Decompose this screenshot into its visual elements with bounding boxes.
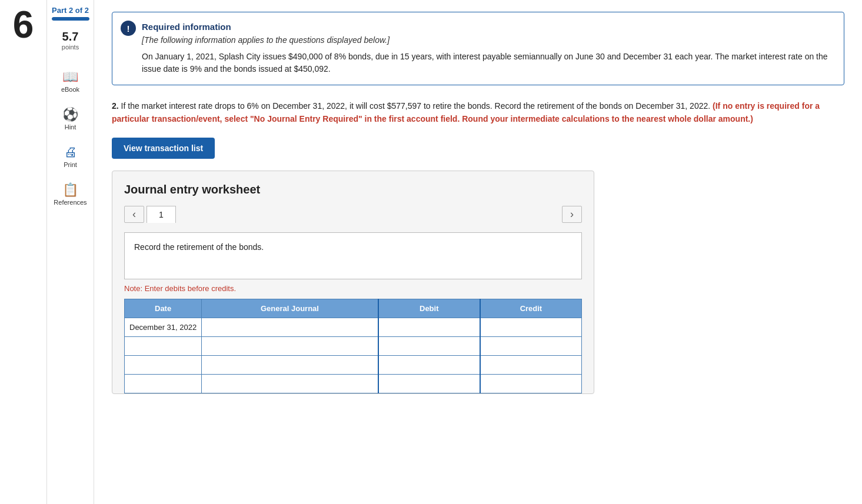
page-number-tab: 1 <box>147 206 176 223</box>
credit-cell-2[interactable] <box>480 336 582 355</box>
debit-cell-1[interactable] <box>378 318 480 336</box>
credit-cell-3[interactable] <box>480 355 582 374</box>
prev-page-button[interactable]: ‹ <box>124 206 144 223</box>
col-date: Date <box>125 299 202 318</box>
pagination: ‹ 1 › <box>124 206 582 223</box>
ebook-label: eBook <box>61 86 79 93</box>
col-credit: Credit <box>480 299 582 318</box>
col-general-journal: General Journal <box>202 299 378 318</box>
journal-input-3[interactable] <box>207 361 373 369</box>
journal-cell-4[interactable] <box>202 374 378 393</box>
print-label: Print <box>64 161 77 168</box>
journal-cell-1[interactable] <box>202 318 378 336</box>
debit-cell-2[interactable] <box>378 336 480 355</box>
description-text: Record the retirement of the bonds. <box>134 242 264 252</box>
credit-input-4[interactable] <box>485 379 577 388</box>
sidebar-item-references[interactable]: 📋 References <box>47 175 94 213</box>
points-section: 5.7 points <box>62 30 79 51</box>
table-row <box>125 355 582 374</box>
next-page-button[interactable]: › <box>562 206 582 223</box>
info-italic: [The following information applies to th… <box>142 35 832 45</box>
sidebar-item-ebook[interactable]: 📖 eBook <box>47 62 94 100</box>
progress-bar <box>52 17 89 21</box>
hint-icon: ⚽ <box>62 107 78 122</box>
hint-label: Hint <box>65 124 76 131</box>
question-text-before: If the market interest rate drops to 6% … <box>121 101 713 111</box>
question-number-inline: 2. <box>112 101 119 111</box>
info-body: On January 1, 2021, Splash City issues $… <box>142 51 832 75</box>
references-icon: 📋 <box>62 182 78 198</box>
sidebar: Part 2 of 2 5.7 points 📖 eBook ⚽ Hint 🖨 … <box>47 0 94 504</box>
question-number: 6 <box>13 6 34 44</box>
debit-input-1[interactable] <box>384 323 475 332</box>
question-text: 2. If the market interest rate drops to … <box>112 99 844 126</box>
sidebar-item-print[interactable]: 🖨 Print <box>47 138 94 175</box>
references-label: References <box>54 199 86 206</box>
table-row <box>125 336 582 355</box>
journal-input-4[interactable] <box>207 379 373 388</box>
credit-cell-1[interactable] <box>480 318 582 336</box>
info-title: Required information <box>142 22 832 32</box>
print-icon: 🖨 <box>64 145 77 160</box>
left-number-panel: 6 <box>0 0 47 504</box>
credit-cell-4[interactable] <box>480 374 582 393</box>
part-label: Part 2 of 2 <box>52 6 89 15</box>
journal-cell-2[interactable] <box>202 336 378 355</box>
journal-cell-3[interactable] <box>202 355 378 374</box>
col-debit: Debit <box>378 299 480 318</box>
sidebar-item-hint[interactable]: ⚽ Hint <box>47 100 94 138</box>
ebook-icon: 📖 <box>62 69 78 85</box>
date-cell-4 <box>125 374 202 393</box>
note-text: Note: Enter debits before credits. <box>124 284 582 293</box>
credit-input-3[interactable] <box>485 361 577 369</box>
worksheet-container: Journal entry worksheet ‹ 1 › Record the… <box>112 171 594 394</box>
info-icon: ! <box>121 21 136 36</box>
worksheet-title: Journal entry worksheet <box>124 183 582 196</box>
progress-bar-fill <box>52 17 89 21</box>
date-cell-1: December 31, 2022 <box>125 318 202 336</box>
table-row <box>125 374 582 393</box>
description-box: Record the retirement of the bonds. <box>124 232 582 279</box>
main-content: ! Required information [The following in… <box>94 0 862 504</box>
debit-input-4[interactable] <box>384 379 475 388</box>
debit-cell-4[interactable] <box>378 374 480 393</box>
journal-input-2[interactable] <box>207 342 373 351</box>
debit-input-3[interactable] <box>384 361 475 369</box>
points-number: 5.7 <box>62 30 79 44</box>
date-cell-3 <box>125 355 202 374</box>
view-transaction-list-button[interactable]: View transaction list <box>112 138 215 159</box>
info-box: ! Required information [The following in… <box>112 12 844 85</box>
debit-cell-3[interactable] <box>378 355 480 374</box>
credit-input-2[interactable] <box>485 342 577 351</box>
table-row: December 31, 2022 <box>125 318 582 336</box>
points-label: points <box>62 44 79 51</box>
date-cell-2 <box>125 336 202 355</box>
journal-table: Date General Journal Debit Credit Decemb… <box>124 299 582 393</box>
journal-input-1[interactable] <box>207 323 373 332</box>
debit-input-2[interactable] <box>384 342 475 351</box>
credit-input-1[interactable] <box>485 323 577 332</box>
